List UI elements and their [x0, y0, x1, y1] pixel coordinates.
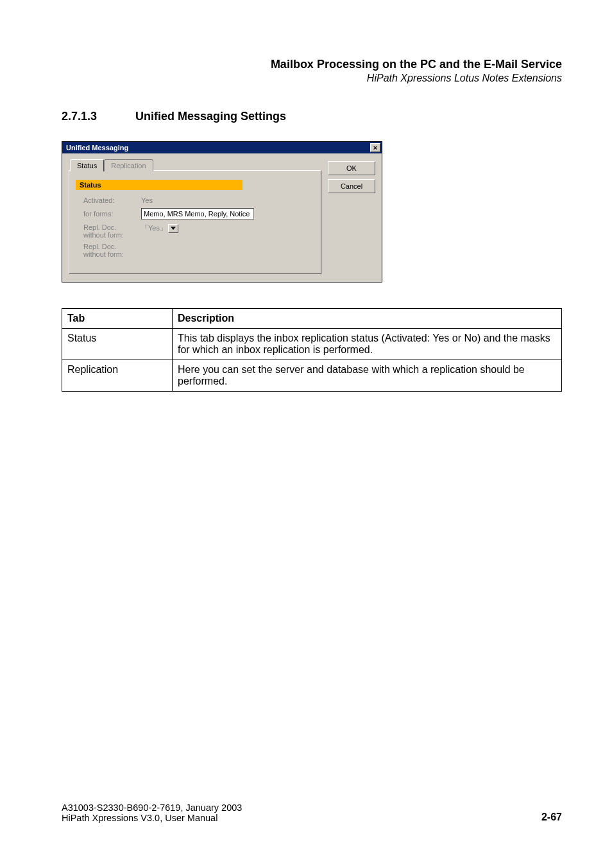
header-title: Mailbox Processing on the PC and the E-M… — [62, 58, 562, 71]
label-line: Repl. Doc. — [83, 223, 116, 231]
tab-replication-label: Replication — [111, 162, 146, 169]
ok-button[interactable]: OK — [328, 161, 375, 175]
footer-left: A31003-S2330-B690-2-7619, January 2003 H… — [62, 803, 242, 823]
label-for-forms: for forms: — [83, 210, 141, 218]
page-footer: A31003-S2330-B690-2-7619, January 2003 H… — [62, 803, 562, 823]
repl-doc-dropdown[interactable]: 「Yes」 — [141, 223, 178, 233]
cancel-button[interactable]: Cancel — [328, 179, 375, 193]
row-for-forms: for forms: — [76, 208, 314, 220]
header-subtitle: HiPath Xpressions Lotus Notes Extensions — [62, 73, 562, 84]
th-description: Description — [173, 309, 562, 329]
label-activated: Activated: — [83, 196, 141, 204]
section-heading: 2.7.1.3 Unified Messaging Settings — [62, 110, 562, 123]
dialog-body: Status Replication Status Activated: Yes… — [62, 153, 382, 282]
label-line: without form: — [83, 231, 124, 239]
cell-desc: Here you can set the server and database… — [173, 360, 562, 392]
label-repl-doc-1: Repl. Doc. without form: — [83, 223, 141, 239]
for-forms-input[interactable] — [141, 208, 254, 220]
dialog-titlebar[interactable]: Unified Messaging × — [62, 142, 382, 153]
dialog-side-buttons: OK Cancel — [321, 159, 375, 193]
tab-replication[interactable]: Replication — [104, 159, 153, 171]
ok-label: OK — [346, 164, 357, 172]
cell-desc: This tab displays the inbox replication … — [173, 329, 562, 360]
page-number: 2-67 — [541, 812, 562, 823]
label-line: Repl. Doc. — [83, 243, 116, 250]
tab-strip: Status Replication — [69, 159, 321, 171]
row-repl-doc-2: Repl. Doc. without form: — [76, 243, 314, 258]
th-tab: Tab — [62, 309, 173, 329]
row-repl-doc-1: Repl. Doc. without form: 「Yes」 — [76, 223, 314, 239]
cell-tab: Status — [62, 329, 173, 360]
unified-messaging-dialog: Unified Messaging × Status Replication S… — [62, 141, 382, 282]
svg-marker-0 — [171, 227, 176, 230]
tab-status[interactable]: Status — [70, 159, 104, 171]
row-activated: Activated: Yes — [76, 196, 314, 204]
tab-status-label: Status — [77, 162, 97, 169]
close-icon[interactable]: × — [370, 143, 380, 152]
label-line: without form: — [83, 250, 124, 258]
footer-doc-id: A31003-S2330-B690-2-7619, January 2003 — [62, 803, 242, 813]
status-band: Status — [76, 180, 242, 190]
section-number: 2.7.1.3 — [62, 110, 132, 123]
description-table: Tab Description Status This tab displays… — [62, 308, 562, 392]
table-row: Replication Here you can set the server … — [62, 360, 562, 392]
cell-tab: Replication — [62, 360, 173, 392]
cancel-label: Cancel — [341, 182, 362, 190]
dropdown-value: Yes — [148, 224, 160, 232]
section-title: Unified Messaging Settings — [135, 110, 286, 123]
chevron-down-icon[interactable] — [168, 224, 178, 233]
tab-area: Status Replication Status Activated: Yes… — [69, 159, 321, 274]
label-repl-doc-2: Repl. Doc. without form: — [83, 243, 141, 258]
tab-panel-status: Status Activated: Yes for forms: Repl. D… — [69, 170, 321, 274]
page-header: Mailbox Processing on the PC and the E-M… — [62, 58, 562, 84]
value-activated: Yes — [141, 196, 153, 204]
dialog-title: Unified Messaging — [66, 144, 128, 152]
footer-manual: HiPath Xpressions V3.0, User Manual — [62, 813, 242, 823]
table-row: Status This tab displays the inbox repli… — [62, 329, 562, 360]
